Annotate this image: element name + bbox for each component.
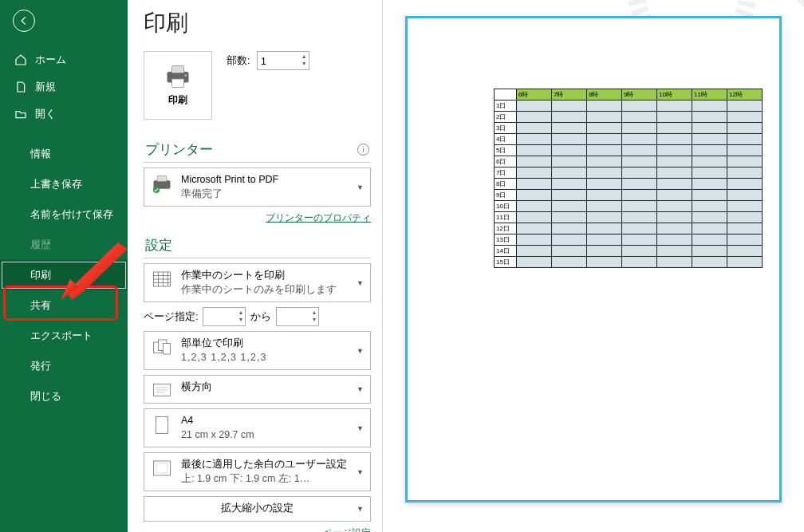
svg-rect-7 xyxy=(172,79,184,88)
printer-status: 準備完了 xyxy=(181,187,364,202)
preview-page: 6時7時8時9時10時11時12時 1日2日3日4日5日6日7日8日9日10日1… xyxy=(405,16,782,502)
sidebar-item-label: 開く xyxy=(35,107,56,121)
spin-down-icon[interactable]: ▼ xyxy=(302,60,307,67)
sidebar-item-new[interactable]: 新規 xyxy=(0,73,128,100)
sidebar-item-history: 履歴 xyxy=(0,230,128,260)
open-icon xyxy=(14,108,27,120)
sidebar-item-open[interactable]: 開く xyxy=(0,100,128,128)
svg-rect-10 xyxy=(157,176,167,182)
spin-up-icon[interactable]: ▲ xyxy=(302,53,307,60)
printer-name: Microsoft Print to PDF xyxy=(181,173,364,187)
chevron-down-icon: ▼ xyxy=(357,183,364,191)
paper-dropdown[interactable]: A4 21 cm x 29.7 cm ▼ xyxy=(144,408,371,447)
settings-section-header: 設定 xyxy=(144,233,371,258)
backstage-sidebar: ホーム 新規 開く 情報 上書き保存 名前を付けて保存 履歴 印刷 共有 エクス… xyxy=(0,0,128,532)
back-button[interactable] xyxy=(13,10,35,32)
sidebar-item-label: ホーム xyxy=(35,53,66,67)
new-icon xyxy=(14,81,27,93)
svg-point-8 xyxy=(184,74,187,77)
sidebar-item-export[interactable]: エクスポート xyxy=(0,321,128,351)
scaling-dropdown[interactable]: 拡大縮小の設定 ▼ xyxy=(144,496,371,522)
page-setup-link[interactable]: ページ設定 xyxy=(323,527,371,533)
print-button[interactable]: 印刷 xyxy=(144,51,212,120)
margins-dropdown[interactable]: 最後に適用した余白のユーザー設定 上: 1.9 cm 下: 1.9 cm 左: … xyxy=(144,452,371,491)
page-title: 印刷 xyxy=(144,8,371,38)
sidebar-item-print[interactable]: 印刷 xyxy=(0,260,128,290)
sidebar-item-share[interactable]: 共有 xyxy=(0,290,128,321)
svg-rect-15 xyxy=(164,344,171,355)
print-button-label: 印刷 xyxy=(168,93,187,107)
pages-label: ページ指定: xyxy=(144,310,198,324)
copies-label: 部数: xyxy=(227,53,250,68)
sidebar-item-publish[interactable]: 発行 xyxy=(0,351,128,381)
svg-point-11 xyxy=(153,187,160,193)
sidebar-item-home[interactable]: ホーム xyxy=(0,46,128,73)
sidebar-item-save[interactable]: 上書き保存 xyxy=(0,169,128,199)
pages-to-input[interactable]: ▲▼ xyxy=(276,307,319,326)
home-icon xyxy=(14,53,27,66)
margins-icon xyxy=(152,459,171,477)
paper-icon xyxy=(155,416,169,435)
preview-table: 6時7時8時9時10時11時12時 1日2日3日4日5日6日7日8日9日10日1… xyxy=(494,89,763,268)
pages-to-label: から xyxy=(250,310,271,324)
printer-ready-icon xyxy=(151,175,173,194)
sidebar-item-info[interactable]: 情報 xyxy=(0,139,128,169)
sheet-icon xyxy=(152,270,171,288)
printer-dropdown[interactable]: Microsoft Print to PDF 準備完了 ▼ xyxy=(144,167,371,207)
collate-dropdown[interactable]: 部単位で印刷 1,2,3 1,2,3 1,2,3 ▼ xyxy=(144,331,371,370)
svg-rect-17 xyxy=(156,417,168,434)
print-options-panel: 印刷 印刷 部数: 1 ▲▼ プリンター i xyxy=(128,0,383,532)
landscape-icon xyxy=(152,382,171,398)
printer-section-header: プリンター i xyxy=(144,137,371,163)
copies-input[interactable]: 1 ▲▼ xyxy=(257,51,309,70)
sidebar-item-saveas[interactable]: 名前を付けて保存 xyxy=(0,199,128,230)
info-icon[interactable]: i xyxy=(357,144,369,156)
printer-properties-link[interactable]: プリンターのプロパティ xyxy=(266,212,371,223)
print-what-dropdown[interactable]: 作業中のシートを印刷 作業中のシートのみを印刷します ▼ xyxy=(144,263,371,302)
svg-rect-6 xyxy=(172,65,184,73)
sidebar-item-label: 新規 xyxy=(35,80,56,94)
orientation-dropdown[interactable]: 横方向 ▼ xyxy=(144,375,371,404)
print-preview-panel: 6時7時8時9時10時11時12時 1日2日3日4日5日6日7日8日9日10日1… xyxy=(383,0,804,532)
printer-icon xyxy=(164,65,192,89)
collate-icon xyxy=(152,338,171,356)
sidebar-item-close[interactable]: 閉じる xyxy=(0,381,128,412)
pages-from-input[interactable]: ▲▼ xyxy=(203,307,246,326)
